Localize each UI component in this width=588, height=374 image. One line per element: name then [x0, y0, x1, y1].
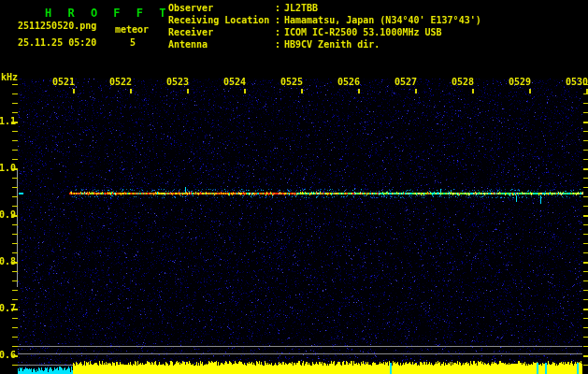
time-tick-label: 0529 [509, 77, 531, 87]
time-tick-label: 0527 [394, 77, 417, 87]
freq-tick-label: 0.7 [0, 303, 16, 313]
freq-tick-label: 1.1 [0, 116, 16, 126]
time-tick-label: 0523 [166, 77, 189, 87]
time-tick-label: 0522 [109, 77, 132, 87]
freq-tick-label: 0.8 [0, 256, 16, 266]
freq-tick-label: 0.6 [0, 350, 16, 360]
freq-tick-label: 0.9 [0, 209, 16, 220]
freq-tick-label: 1.0 [0, 163, 16, 173]
time-tick-label: 0524 [223, 77, 246, 87]
time-tick-label: 0530 [566, 77, 588, 87]
axis-labels-layer: 0521052205230524052505260527052805290530… [0, 0, 588, 374]
time-tick-label: 0521 [52, 77, 75, 87]
time-tick-label: 0526 [337, 77, 360, 87]
time-tick-label: 0525 [280, 77, 303, 87]
hrofft-screen: H R O F F T 2511250520.png meteor 25.11.… [0, 0, 588, 374]
time-tick-label: 0528 [452, 77, 474, 87]
